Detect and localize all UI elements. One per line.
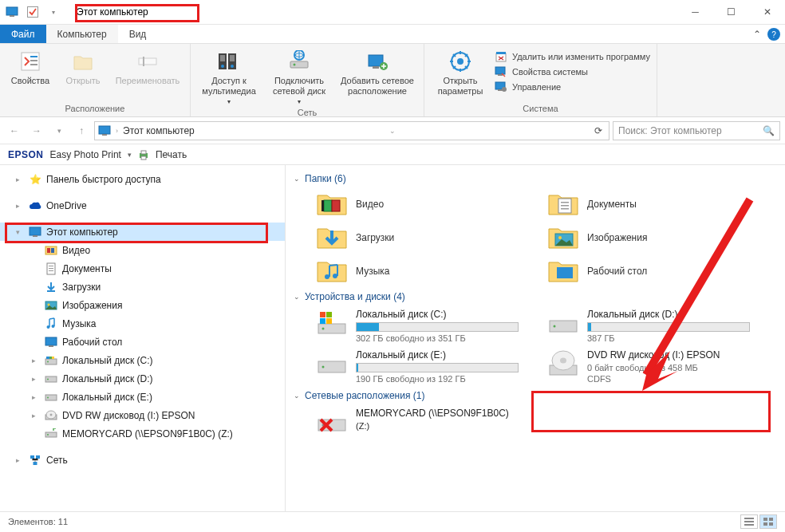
svg-rect-38 — [99, 126, 110, 134]
svg-rect-57 — [45, 337, 57, 345]
open-settings-button[interactable]: Открыть параметры — [431, 47, 490, 97]
maximize-button[interactable]: ☐ — [713, 0, 749, 24]
tree-memorycard[interactable]: MEMORYCARD (\\EPSON9F1B0C) (Z:) — [0, 424, 285, 443]
tree-disk-c[interactable]: ▸Локальный диск (C:) — [0, 351, 285, 369]
drive-dvd[interactable]: DVD RW дисковод (I:) EPSON 0 байт свобод… — [525, 346, 756, 387]
svg-rect-7 — [139, 58, 156, 65]
svg-rect-14 — [230, 55, 235, 61]
video-icon — [45, 244, 57, 257]
svg-rect-13 — [220, 55, 225, 61]
navigation-bar: ← → ▾ ↑ › Этот компьютер ⌄ ⟳ Поиск: Этот… — [0, 117, 785, 144]
svg-point-11 — [221, 65, 224, 68]
folder-video[interactable]: Видео — [294, 187, 525, 221]
drive-e[interactable]: Локальный диск (E:) 190 ГБ свободно из 1… — [294, 346, 525, 387]
dvd-icon — [45, 409, 57, 422]
svg-rect-93 — [326, 318, 332, 324]
drive-c[interactable]: Локальный диск (C:) 302 ГБ свободно из 3… — [294, 305, 525, 346]
network-locations-section-header[interactable]: ⌄Сетевые расположения (1) — [294, 387, 777, 404]
svg-point-16 — [294, 64, 296, 66]
svg-point-97 — [322, 366, 325, 368]
ribbon-group-system-label: Система — [431, 102, 650, 115]
devices-section-header[interactable]: ⌄Устройства и диски (4) — [294, 288, 777, 305]
search-input[interactable]: Поиск: Этот компьютер 🔍 — [613, 121, 780, 140]
tree-this-pc[interactable]: ▾ Этот компьютер — [0, 223, 285, 241]
folders-section-header[interactable]: ⌄Папки (6) — [294, 170, 777, 187]
navigation-pane: ▸ ⭐ Панель быстрого доступа ▸ OneDrive ▾… — [0, 165, 286, 511]
details-view-button[interactable] — [740, 514, 758, 529]
svg-rect-0 — [6, 7, 18, 15]
up-button[interactable]: ↑ — [72, 121, 91, 140]
forward-button[interactable]: → — [27, 121, 46, 140]
close-button[interactable]: ✕ — [749, 0, 785, 24]
tab-view[interactable]: Вид — [118, 25, 158, 43]
help-icon[interactable]: ? — [767, 28, 780, 41]
svg-rect-92 — [320, 318, 325, 324]
tree-music[interactable]: Музыка — [0, 314, 285, 333]
large-icons-view-button[interactable] — [759, 514, 777, 529]
media-access-button[interactable]: Доступ к мультимедиа ▾ — [197, 47, 261, 106]
svg-rect-75 — [34, 462, 37, 465]
folder-desktop[interactable]: Рабочий стол — [525, 254, 756, 288]
svg-rect-52 — [47, 290, 55, 292]
tree-documents[interactable]: Документы — [0, 259, 285, 278]
svg-rect-80 — [561, 202, 569, 203]
status-bar: Элементов: 11 — [0, 511, 785, 530]
svg-rect-81 — [561, 205, 569, 207]
svg-rect-103 — [744, 518, 754, 519]
ribbon-collapse-icon[interactable]: ⌃ — [753, 29, 761, 40]
tree-dvd[interactable]: ▸DVD RW дисковод (I:) EPSON — [0, 406, 285, 424]
tab-computer[interactable]: Компьютер — [46, 25, 118, 43]
folder-pictures[interactable]: Изображения — [525, 221, 756, 254]
minimize-button[interactable]: ─ — [677, 0, 713, 24]
system-properties-button[interactable]: Свойства системы — [495, 65, 650, 78]
drive-d[interactable]: Локальный диск (D:) 387 ГБ — [525, 305, 756, 346]
qat-dropdown-icon[interactable]: ▾ — [45, 3, 62, 21]
network-drive-icon — [45, 428, 57, 440]
folder-documents[interactable]: Документы — [525, 187, 756, 221]
network-location-memorycard[interactable]: MEMORYCARD (\\EPSON9F1B0C) (Z:) — [294, 404, 525, 439]
app-icon — [3, 3, 21, 21]
print-button[interactable]: Печать — [156, 149, 187, 160]
tree-video[interactable]: Видео — [0, 241, 285, 259]
ribbon: Свойства Открыть Переименовать Расположе… — [0, 44, 785, 117]
tree-disk-e[interactable]: ▸Локальный диск (E:) — [0, 388, 285, 406]
qat-checkbox-icon[interactable] — [24, 3, 41, 21]
manage-button[interactable]: Управление — [495, 81, 650, 93]
network-icon — [29, 454, 41, 467]
tree-quick-access[interactable]: ▸ ⭐ Панель быстрого доступа — [0, 170, 285, 188]
tree-pictures[interactable]: Изображения — [0, 296, 285, 314]
svg-rect-1 — [10, 15, 14, 17]
tree-disk-d[interactable]: ▸Локальный диск (D:) — [0, 369, 285, 388]
folder-downloads[interactable]: Загрузки — [294, 221, 525, 254]
svg-rect-46 — [47, 248, 50, 253]
address-bar[interactable]: › Этот компьютер ⌄ ⟳ — [94, 121, 609, 140]
recent-locations-button[interactable]: ▾ — [49, 121, 69, 140]
properties-button[interactable]: Свойства — [6, 47, 54, 86]
tree-network[interactable]: ▸Сеть — [0, 451, 285, 469]
tree-downloads[interactable]: Загрузки — [0, 278, 285, 296]
folder-music[interactable]: Музыка — [294, 254, 525, 288]
svg-rect-73 — [30, 455, 34, 459]
address-location: Этот компьютер — [123, 125, 195, 136]
svg-rect-108 — [763, 522, 767, 526]
uninstall-program-button[interactable]: Удалить или изменить программу — [495, 50, 650, 63]
svg-rect-44 — [33, 235, 37, 237]
svg-rect-34 — [498, 74, 503, 76]
add-network-location-button[interactable]: Добавить сетевое расположение — [337, 47, 417, 97]
drive-icon — [45, 391, 57, 404]
svg-rect-2 — [28, 7, 38, 18]
map-drive-button[interactable]: Подключить сетевой диск ▾ — [266, 47, 333, 106]
pc-icon — [98, 125, 111, 136]
refresh-button[interactable]: ⟳ — [591, 125, 606, 136]
search-icon: 🔍 — [763, 125, 775, 136]
tree-desktop[interactable]: Рабочий стол — [0, 333, 285, 351]
back-button[interactable]: ← — [5, 121, 24, 140]
tree-onedrive[interactable]: ▸ OneDrive — [0, 196, 285, 215]
tab-file[interactable]: Файл — [0, 25, 46, 43]
documents-icon — [45, 262, 57, 275]
svg-point-37 — [502, 87, 507, 92]
epson-logo: EPSON — [8, 149, 44, 160]
pictures-icon — [45, 299, 57, 312]
svg-point-72 — [47, 434, 49, 435]
svg-rect-39 — [102, 134, 107, 136]
